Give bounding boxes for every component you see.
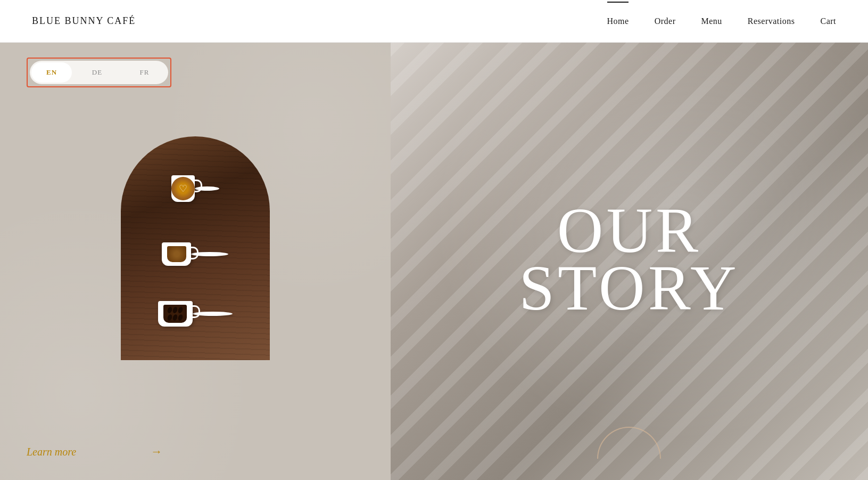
coffee-arch-image xyxy=(110,136,280,376)
nav-reservations[interactable]: Reservations xyxy=(748,17,795,26)
lang-fr-button[interactable]: FR xyxy=(121,61,168,84)
bottom-cta: Learn more → xyxy=(27,445,163,459)
bean-2 xyxy=(172,306,179,313)
right-panel: OUR STORY xyxy=(391,43,868,480)
main-content: EN DE FR xyxy=(0,43,868,480)
latte-cup-body xyxy=(171,175,195,202)
story-headline: OUR STORY xyxy=(519,201,740,316)
bean-3 xyxy=(178,306,184,313)
learn-more-link[interactable]: Learn more xyxy=(27,446,76,458)
beans-handle xyxy=(193,305,200,318)
espresso-handle xyxy=(191,247,199,259)
main-nav: Home Order Menu Reservations Cart xyxy=(607,17,836,26)
latte-cup xyxy=(171,170,219,207)
espresso-cup xyxy=(162,242,228,266)
bean-1 xyxy=(167,306,173,313)
headline-line2: STORY xyxy=(519,252,740,323)
language-switcher-wrapper: EN DE FR xyxy=(27,58,171,87)
arrow-right-icon[interactable]: → xyxy=(151,445,163,459)
bean-6 xyxy=(178,313,184,321)
lang-en-button[interactable]: EN xyxy=(31,62,72,83)
site-logo: BLUE BUNNY CAFÉ xyxy=(32,15,136,27)
bean-5 xyxy=(172,313,179,321)
nav-menu[interactable]: Menu xyxy=(701,17,722,26)
beans-cup-body xyxy=(158,301,193,327)
arch-container xyxy=(121,136,270,360)
nav-order[interactable]: Order xyxy=(655,17,676,26)
lang-de-button[interactable]: DE xyxy=(73,61,121,84)
language-switcher: EN DE FR xyxy=(30,61,168,84)
beans-fill xyxy=(163,305,187,323)
site-header: BLUE BUNNY CAFÉ Home Order Menu Reservat… xyxy=(0,0,868,43)
nav-home[interactable]: Home xyxy=(607,17,629,26)
espresso-fill xyxy=(167,246,186,262)
bean-4 xyxy=(167,313,173,321)
left-panel: EN DE FR xyxy=(0,43,391,480)
latte-art xyxy=(171,177,195,200)
beans-cup xyxy=(158,301,233,327)
story-headline-text: OUR STORY xyxy=(519,201,740,316)
espresso-cup-body xyxy=(162,242,191,266)
latte-handle xyxy=(195,180,202,192)
nav-cart[interactable]: Cart xyxy=(820,17,836,26)
